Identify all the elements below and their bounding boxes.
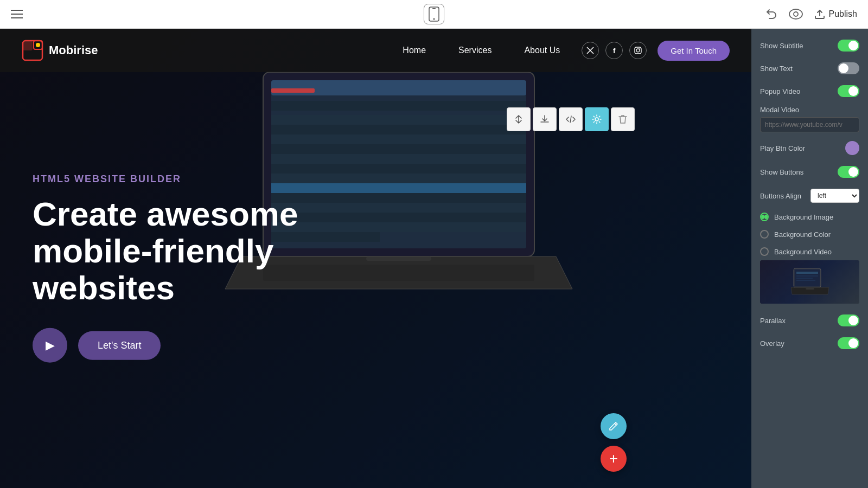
main-area: Mobirise Home Services About Us f: [0, 29, 868, 488]
svg-rect-12: [271, 144, 526, 154]
play-btn-color-row: Play Btn Color: [751, 136, 868, 160]
play-icon: ▶: [46, 338, 55, 352]
modal-video-input[interactable]: [760, 117, 859, 132]
parallax-toggle[interactable]: [838, 314, 859, 326]
fab-area: +: [601, 413, 627, 472]
nav-link-home[interactable]: Home: [403, 46, 426, 55]
hamburger-menu-icon[interactable]: [11, 10, 23, 18]
bg-video-row[interactable]: Background Video: [751, 243, 868, 260]
instagram-svg: [634, 47, 642, 54]
svg-rect-39: [806, 288, 814, 290]
add-section-fab-button[interactable]: +: [601, 446, 627, 472]
show-text-toggle[interactable]: [838, 62, 859, 74]
parallax-row: Parallax: [751, 309, 868, 332]
phone-preview-button[interactable]: [424, 4, 444, 24]
delete-section-button[interactable]: [611, 107, 635, 131]
show-subtitle-toggle[interactable]: [838, 40, 859, 52]
upload-icon: [814, 9, 826, 20]
download-section-button[interactable]: [533, 107, 557, 131]
nav-link-services[interactable]: Services: [458, 46, 492, 55]
popup-video-toggle[interactable]: [838, 85, 859, 97]
show-text-row: Show Text: [751, 57, 868, 80]
svg-rect-7: [271, 80, 526, 95]
svg-point-32: [595, 118, 598, 121]
instagram-icon[interactable]: [629, 42, 647, 59]
plus-icon: +: [609, 451, 618, 466]
eye-icon: [789, 9, 803, 20]
svg-rect-36: [796, 275, 818, 277]
code-icon: [566, 114, 576, 124]
toolbar-left: [11, 10, 23, 18]
preview-nav: Mobirise Home Services About Us f: [0, 29, 751, 72]
logo-icon: [22, 40, 43, 61]
settings-section-button[interactable]: [585, 107, 609, 131]
canvas-area: Mobirise Home Services About Us f: [0, 29, 751, 488]
phone-icon: [429, 7, 439, 22]
svg-rect-35: [796, 272, 818, 274]
play-btn-color-label: Play Btn Color: [760, 144, 805, 152]
overlay-toggle[interactable]: [838, 337, 859, 349]
twitter-svg: [586, 47, 594, 54]
popup-video-label: Popup Video: [760, 87, 800, 95]
logo-text: Mobirise: [49, 43, 98, 57]
show-subtitle-label: Show Subtitle: [760, 42, 803, 50]
code-section-button[interactable]: [559, 107, 583, 131]
svg-point-28: [36, 43, 40, 47]
preview-social-icons: f: [582, 42, 647, 59]
bg-color-radio[interactable]: [760, 230, 769, 239]
edit-fab-button[interactable]: [601, 413, 627, 439]
svg-point-30: [636, 49, 640, 52]
bg-color-row[interactable]: Background Color: [751, 226, 868, 243]
svg-rect-29: [635, 47, 641, 54]
buttons-align-label: Buttons Align: [760, 192, 801, 200]
play-btn-color-swatch[interactable]: [845, 141, 859, 155]
panel-scrollable[interactable]: Show Subtitle Show Text Popup Video Moda…: [751, 29, 868, 488]
bg-video-label: Background Video: [774, 248, 832, 256]
play-video-button[interactable]: ▶: [33, 328, 67, 363]
show-buttons-label: Show Buttons: [760, 168, 803, 176]
bg-image-row[interactable]: Background Image: [751, 208, 868, 226]
undo-button[interactable]: [765, 8, 778, 21]
preview-nav-links: Home Services About Us: [201, 46, 560, 55]
svg-rect-38: [796, 280, 815, 281]
bg-image-label: Background Image: [774, 213, 833, 221]
svg-rect-8: [271, 101, 526, 111]
show-buttons-row: Show Buttons: [751, 160, 868, 183]
pencil-icon: [608, 421, 619, 432]
bg-video-radio[interactable]: [760, 247, 769, 256]
facebook-icon[interactable]: f: [605, 42, 623, 59]
bg-thumbnail[interactable]: [760, 260, 859, 304]
hero-title-line2: mobile-friendly websites: [33, 232, 273, 306]
svg-rect-13: [271, 154, 526, 164]
show-subtitle-row: Show Subtitle: [751, 34, 868, 57]
buttons-align-select[interactable]: left center right: [810, 189, 859, 203]
svg-rect-2: [432, 8, 436, 9]
overlay-label: Overlay: [760, 339, 784, 348]
twitter-icon[interactable]: [582, 42, 599, 59]
publish-button[interactable]: Publish: [814, 9, 857, 20]
lets-start-button[interactable]: Let's Start: [78, 331, 161, 359]
get-in-touch-button[interactable]: Get In Touch: [658, 41, 730, 61]
hero-buttons: ▶ Let's Start: [33, 328, 385, 363]
bg-thumbnail-inner: [760, 260, 859, 304]
svg-rect-14: [271, 164, 526, 174]
hero-title-line1: Create awesome: [33, 195, 298, 232]
facebook-letter: f: [613, 47, 615, 55]
svg-rect-22: [271, 88, 315, 93]
parallax-label: Parallax: [760, 317, 786, 325]
modal-video-section: Modal Video: [751, 102, 868, 136]
undo-icon: [765, 8, 778, 21]
bg-image-radio[interactable]: [760, 213, 769, 221]
website-preview: Mobirise Home Services About Us f: [0, 29, 751, 488]
thumbnail-laptop-svg: [791, 267, 829, 297]
mobirise-logo-svg: [22, 40, 43, 61]
hero-title: Create awesome mobile-friendly websites: [33, 195, 385, 306]
sort-section-button[interactable]: [507, 107, 531, 131]
toolbar-center: [424, 4, 444, 24]
modal-video-label: Modal Video: [760, 106, 859, 114]
show-buttons-toggle[interactable]: [838, 166, 859, 178]
svg-point-1: [433, 18, 435, 20]
preview-button[interactable]: [789, 9, 803, 20]
svg-rect-26: [23, 41, 33, 50]
nav-link-about[interactable]: About Us: [524, 46, 560, 55]
